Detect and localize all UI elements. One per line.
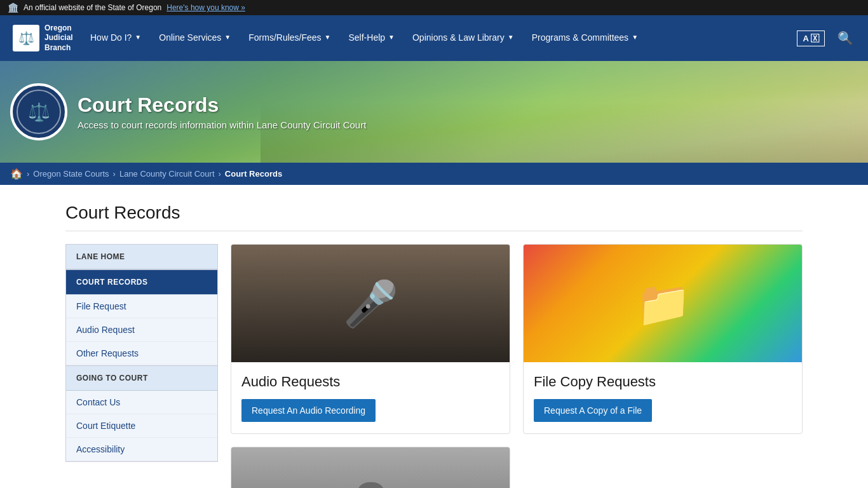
chevron-down-icon: ▼ [508, 34, 514, 41]
request-audio-recording-button[interactable]: Request An Audio Recording [241, 399, 376, 422]
card-image-folders [524, 245, 802, 362]
hero-text: Court Records Access to court records in… [78, 93, 366, 130]
main-content: Court Records LANE HOME COURT RECORDS Fi… [53, 185, 815, 488]
card-audio-requests: Audio Requests Request An Audio Recordin… [231, 244, 510, 434]
breadcrumb-current: Court Records [225, 169, 282, 179]
card-title-audio: Audio Requests [241, 374, 499, 390]
chevron-down-icon: ▼ [135, 34, 141, 41]
chevron-down-icon: ▼ [224, 34, 231, 41]
breadcrumb: 🏠 › Oregon State Courts › Lane County Ci… [0, 163, 868, 185]
logo-icon: ⚖️ [13, 25, 39, 51]
nav-self-help[interactable]: Self-Help ▼ [339, 15, 403, 61]
search-button[interactable]: 🔍 [827, 15, 863, 61]
nav-online-services[interactable]: Online Services ▼ [150, 15, 240, 61]
breadcrumb-lane-county[interactable]: Lane County Circuit Court [119, 169, 215, 179]
oregon-seal: ⚖️ [10, 83, 67, 140]
breadcrumb-separator: › [113, 169, 116, 179]
how-to-know-link[interactable]: Here's how you know » [166, 3, 245, 12]
chevron-down-icon: ▼ [388, 34, 395, 41]
nav-forms-rules-fees[interactable]: Forms/Rules/Fees ▼ [240, 15, 339, 61]
sidebar-item-other-requests[interactable]: Other Requests [66, 342, 217, 365]
logo-text: Oregon Judicial Branch [44, 24, 73, 53]
chevron-down-icon: ▼ [632, 34, 638, 41]
sidebar-item-file-request[interactable]: File Request [66, 295, 217, 318]
flag-icon: 🏛️ [8, 3, 18, 13]
sidebar-section-going-to-court: GOING TO COURT Contact Us Court Etiquett… [65, 366, 218, 462]
nav-opinions-law-library[interactable]: Opinions & Law Library ▼ [403, 15, 523, 61]
chevron-down-icon: ▼ [325, 34, 331, 41]
nav-right: A 🇽 🔍 [797, 15, 863, 61]
sidebar-section-court-records: COURT RECORDS File Request Audio Request… [65, 270, 218, 366]
breadcrumb-separator: › [219, 169, 221, 179]
hero-subtitle: Access to court records information with… [78, 119, 366, 130]
seal-inner: ⚖️ [17, 90, 61, 134]
sidebar-section-lane-home: LANE HOME [65, 244, 218, 270]
sidebar-item-accessibility[interactable]: Accessibility [66, 438, 217, 461]
sidebar-section-header-lane-home[interactable]: LANE HOME [66, 245, 217, 269]
card-third [231, 447, 510, 488]
sidebar: LANE HOME COURT RECORDS File Request Aud… [65, 244, 218, 488]
page-title: Court Records [65, 203, 803, 231]
home-icon[interactable]: 🏠 [10, 168, 23, 180]
card-body-file: File Copy Requests Request A Copy of a F… [524, 362, 802, 433]
card-image-person [231, 447, 510, 488]
top-bar: 🏛️ An official website of the State of O… [0, 0, 868, 15]
sidebar-item-audio-request[interactable]: Audio Request [66, 318, 217, 342]
breadcrumb-separator: › [27, 169, 29, 179]
sidebar-item-contact-us[interactable]: Contact Us [66, 391, 217, 414]
card-body-audio: Audio Requests Request An Audio Recordin… [231, 362, 510, 433]
nav-items: How Do I? ▼ Online Services ▼ Forms/Rule… [81, 15, 797, 61]
card-file-copy-requests: File Copy Requests Request A Copy of a F… [523, 244, 803, 434]
card-image-microphone [231, 245, 510, 362]
sidebar-section-header-going-to-court[interactable]: GOING TO COURT [66, 366, 217, 391]
hero-title: Court Records [78, 93, 366, 117]
translate-button[interactable]: A 🇽 [797, 30, 825, 46]
sidebar-item-court-etiquette[interactable]: Court Etiquette [66, 414, 217, 438]
card-title-file: File Copy Requests [534, 374, 792, 390]
nav-how-do-i[interactable]: How Do I? ▼ [81, 15, 150, 61]
sidebar-section-header-court-records[interactable]: COURT RECORDS [66, 270, 217, 295]
nav-bar: ⚖️ Oregon Judicial Branch How Do I? ▼ On… [0, 15, 868, 61]
request-copy-of-file-button[interactable]: Request A Copy of a File [534, 399, 652, 422]
hero-banner: ⚖️ Court Records Access to court records… [0, 61, 868, 163]
official-text: An official website of the State of Oreg… [24, 3, 161, 12]
cards-area: Audio Requests Request An Audio Recordin… [231, 244, 803, 488]
breadcrumb-oregon-state-courts[interactable]: Oregon State Courts [33, 169, 109, 179]
content-layout: LANE HOME COURT RECORDS File Request Aud… [65, 244, 803, 488]
site-logo[interactable]: ⚖️ Oregon Judicial Branch [5, 18, 81, 58]
nav-programs-committees[interactable]: Programs & Committees ▼ [523, 15, 647, 61]
